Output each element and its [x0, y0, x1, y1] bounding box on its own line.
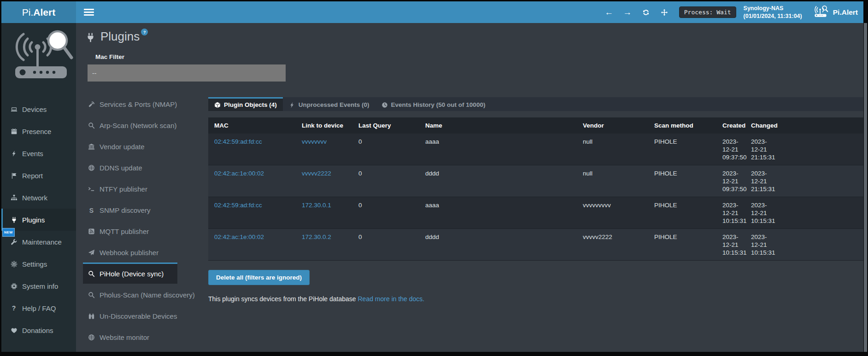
tab-plugin-objects[interactable]: Plugin Objects (4) [208, 97, 283, 111]
tab-unprocessed-events[interactable]: Unprocessed Events (0) [283, 97, 375, 111]
tab-bar: Plugin Objects (4) Unprocessed Events (0… [208, 97, 863, 111]
satellite-dish-icon [87, 101, 96, 108]
plugin-nav-item-mqtt-publisher[interactable]: MQTT publisher [83, 220, 177, 241]
plugin-nav-item-website-monitor[interactable]: Website monitor [83, 326, 177, 347]
plugin-nav-label: Webhook publisher [100, 249, 158, 257]
refresh-icon[interactable] [637, 9, 655, 16]
mac-link[interactable]: 02:42:ac:1e:00:02 [214, 233, 264, 240]
name-cell: aaaa [419, 134, 577, 165]
mac-link[interactable]: 02:42:ac:1e:00:02 [214, 170, 264, 177]
docs-link[interactable]: Read more in the docs. [358, 295, 425, 303]
column-header-last-query[interactable]: Last Query [352, 117, 419, 134]
vertical-scrollbar[interactable] [864, 23, 867, 352]
tab-events-history[interactable]: Events History (50 out of 10000) [375, 97, 492, 111]
sidebar-item-system-info[interactable]: System info [1, 275, 76, 297]
plugin-nav-label: SNMP discovery [100, 206, 151, 214]
device-link[interactable]: 172.30.0.1 [302, 202, 331, 209]
sidebar-item-help-faq[interactable]: ? Help / FAQ [1, 297, 76, 319]
plugin-nav-item-ntfy-publisher[interactable]: NTFY publisher [83, 178, 177, 199]
device-link-cell: 172.30.0.1 [296, 197, 352, 229]
plugin-nav-item-undiscoverable[interactable]: Un-Discoverable Devices [83, 305, 177, 326]
tab-label: Events History (50 out of 10000) [391, 101, 486, 108]
move-icon[interactable] [655, 9, 674, 16]
back-arrow-icon[interactable]: ← [600, 7, 618, 18]
router-scan-icon [812, 5, 829, 20]
sidebar-menu: Devices Presence Events Report Network [1, 98, 76, 341]
globe-icon [87, 334, 96, 341]
plugin-nav-item-ddns-update[interactable]: DDNS update [83, 157, 177, 178]
plugin-nav-item-vendor-update[interactable]: Vendor update [83, 135, 177, 157]
sidebar-item-label: Maintenance [22, 238, 62, 246]
sidebar-item-label: Donations [22, 327, 53, 334]
sidebar-item-devices[interactable]: Devices [1, 98, 76, 120]
bolt-icon [10, 150, 18, 157]
sidebar-item-plugins[interactable]: Plugins [1, 209, 76, 231]
top-bar: Pi.Alert ← → Process: Wait Synology-NAS [1, 1, 863, 23]
delete-all-button[interactable]: Delete all (filters are ignored) [208, 270, 310, 285]
sidebar-item-label: Presence [22, 128, 51, 135]
top-bar-right-cluster: ← → Process: Wait Synology-NAS (01/01/20… [600, 5, 858, 20]
mac-cell: 02:42:59:ad:fd:cc [208, 197, 296, 229]
forward-arrow-icon[interactable]: → [618, 7, 637, 18]
column-header-mac[interactable]: MAC [208, 117, 296, 134]
pialert-logo[interactable]: Pi.Alert [812, 5, 858, 20]
last-query-cell: 0 [352, 134, 419, 165]
changed-cell: 2023-12-2110:15:31 [745, 229, 775, 261]
plugin-nav-item-snmp-discovery[interactable]: S SNMP discovery [83, 199, 177, 220]
plugin-nav-item-webhook-publisher[interactable]: Webhook publisher [83, 241, 177, 263]
column-header-scan-method[interactable]: Scan method [648, 117, 716, 134]
created-cell: 2023-12-2110:15:31 [716, 229, 745, 261]
column-header-created[interactable]: Created [716, 117, 745, 134]
plugin-nav-label: Pholus-Scan (Name discovery) [100, 291, 195, 299]
sidebar-item-report[interactable]: Report [1, 164, 76, 187]
globe-icon [87, 164, 96, 171]
plugin-panel: Plugin Objects (4) Unprocessed Events (0… [208, 97, 863, 303]
laptop-icon [10, 106, 18, 113]
clock-icon [381, 102, 388, 108]
tab-label: Unprocessed Events (0) [299, 101, 369, 108]
wrench-icon [10, 239, 18, 245]
mac-filter-label: Mac Filter [95, 53, 124, 60]
column-header-link[interactable]: Link to device [296, 117, 352, 134]
plugin-nav-item-pholus-scan[interactable]: Pholus-Scan (Name discovery) [83, 284, 177, 305]
plugin-description-text: This plugin syncs devices from the PiHol… [208, 295, 356, 303]
device-link[interactable]: 172.30.0.2 [302, 233, 331, 240]
hamburger-menu-icon[interactable] [84, 9, 94, 16]
page-title-text: Plugins [100, 29, 140, 44]
column-header-changed[interactable]: Changed [745, 117, 775, 134]
created-cell: 2023-12-2110:15:31 [716, 197, 745, 229]
cube-icon [214, 102, 221, 108]
sidebar-item-donations[interactable]: Donations [1, 319, 76, 341]
device-link[interactable]: vvvvvvvv [302, 138, 327, 145]
vendor-cell: null [577, 165, 648, 197]
paper-plane-icon [87, 249, 96, 256]
mac-link[interactable]: 02:42:59:ad:fd:cc [214, 138, 262, 145]
sidebar-item-presence[interactable]: Presence [1, 120, 76, 142]
sidebar-item-events[interactable]: Events [1, 142, 76, 164]
column-header-vendor[interactable]: Vendor [577, 117, 648, 134]
process-status-badge[interactable]: Process: Wait [679, 6, 736, 18]
sidebar-item-network[interactable]: Network [1, 187, 76, 209]
mac-filter-input[interactable] [88, 64, 286, 82]
mac-cell: 02:42:ac:1e:00:02 [208, 229, 296, 261]
sidebar-item-label: Events [22, 150, 43, 158]
mac-link[interactable]: 02:42:59:ad:fd:cc [214, 202, 262, 209]
plugin-nav-item-pihole[interactable]: PiHole (Device sync) [83, 263, 177, 284]
host-name: Synology-NAS [744, 5, 802, 12]
rss-icon [87, 228, 96, 235]
help-badge[interactable]: ? [141, 29, 148, 35]
plugin-nav-item-arp-scan[interactable]: Arp-Scan (Network scan) [83, 114, 177, 135]
changed-cell: 2023-12-2110:15:31 [745, 197, 775, 229]
plugin-nav-item-nmap[interactable]: Services & Ports (NMAP) [83, 93, 177, 114]
column-header-name[interactable]: Name [419, 117, 577, 134]
stripe-s-icon: S [87, 207, 96, 214]
sidebar-item-settings[interactable]: Settings [1, 253, 76, 275]
mac-cell: 02:42:ac:1e:00:02 [208, 165, 296, 197]
sidebar-item-label: System info [22, 282, 58, 290]
device-link[interactable]: vvvvv2222 [302, 170, 331, 177]
brand-logo[interactable]: Pi.Alert [1, 1, 76, 23]
plug-icon [10, 216, 18, 223]
search-icon [87, 292, 96, 298]
plugin-description: This plugin syncs devices from the PiHol… [208, 295, 863, 303]
host-info: Synology-NAS (01/01/2024, 11:31:04) [744, 5, 802, 20]
